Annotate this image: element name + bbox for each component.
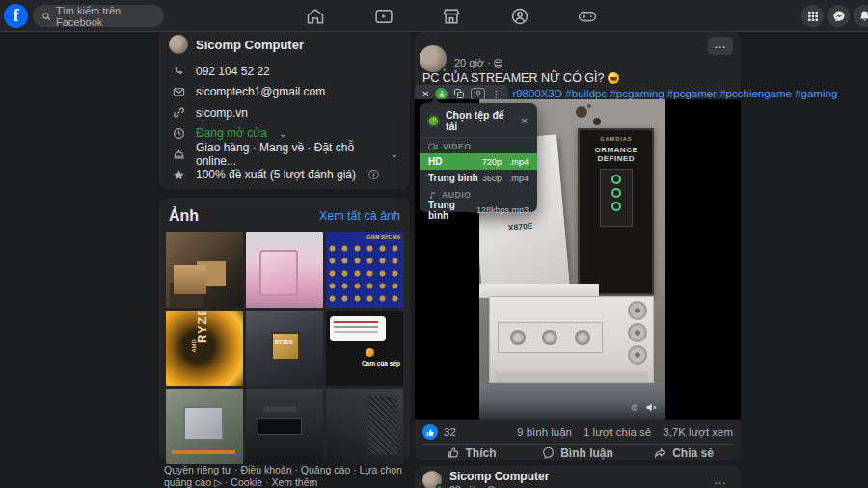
comment-count[interactable]: 9 bình luận bbox=[517, 426, 572, 438]
download-video-button[interactable] bbox=[435, 88, 448, 100]
downloader-logo-icon bbox=[427, 115, 440, 127]
post-card: … 20 giờ · PC CỦA STREAMER NỮ CÓ GÌ? ✕ bbox=[415, 32, 741, 460]
photo-pc-interior-gpu[interactable] bbox=[246, 389, 323, 464]
top-navbar: f Tìm kiếm trên Facebook bbox=[0, 0, 868, 32]
info-icon[interactable]: ⓘ bbox=[368, 168, 379, 182]
page-header: Sicomp Computer bbox=[159, 32, 410, 57]
photo-chat-screenshot[interactable]: Cam của sếp bbox=[326, 311, 403, 386]
post2-author-avatar[interactable] bbox=[422, 471, 442, 488]
gaming-icon bbox=[578, 7, 597, 26]
thumbs-up-icon bbox=[448, 447, 460, 459]
email-address[interactable]: sicomptech1@gmail.com bbox=[196, 85, 325, 98]
comment-button[interactable]: Bình luận bbox=[525, 446, 631, 460]
poster-pc-image bbox=[600, 169, 633, 227]
chevron-down-icon: ⌄ bbox=[279, 128, 286, 139]
bell-icon bbox=[858, 10, 868, 22]
services-bell-icon bbox=[171, 148, 186, 160]
public-globe-icon bbox=[494, 59, 502, 68]
website-url[interactable]: sicomp.vn bbox=[196, 106, 248, 120]
toolbar-close-icon[interactable]: ✕ bbox=[421, 89, 429, 99]
hanging-plant bbox=[576, 106, 587, 118]
photo-component-boxes[interactable] bbox=[166, 232, 243, 308]
view-count: 3,7K lượt xem bbox=[663, 426, 733, 438]
video-icon bbox=[374, 7, 393, 26]
toolbar-more-icon[interactable]: ⋮ bbox=[491, 89, 501, 99]
post-timestamp[interactable]: 20 giờ · bbox=[454, 57, 502, 68]
cpu-socket-plate bbox=[183, 406, 224, 441]
lightbulb-icon[interactable] bbox=[471, 88, 485, 100]
ryzen-label: RYZEN bbox=[195, 311, 209, 343]
home-tab[interactable] bbox=[292, 0, 339, 32]
page-avatar[interactable] bbox=[169, 35, 188, 54]
search-input[interactable]: Tìm kiếm trên Facebook bbox=[33, 5, 164, 27]
grid-menu-icon bbox=[807, 11, 819, 22]
popup-close-icon[interactable]: ✕ bbox=[521, 116, 529, 126]
cpu-chip bbox=[271, 332, 300, 361]
photo-grid: GIẢM SỨC MẠ AMD RYZEN RYZEN Cam của sếp bbox=[166, 232, 403, 464]
settings-gear-icon[interactable]: ⚙ bbox=[631, 403, 638, 413]
post2-more-button[interactable]: … bbox=[708, 471, 733, 488]
online-status-dot bbox=[436, 484, 443, 488]
page-more-button[interactable]: … bbox=[708, 37, 733, 55]
download-popup: Chọn tệp để tải ✕ VIDEO HD 720p .mp4 Tru… bbox=[420, 103, 537, 212]
post-action-bar: Thích Bình luận Chia sẻ bbox=[419, 446, 737, 460]
download-option-medium-360p[interactable]: Trung bình 360p .mp4 bbox=[420, 170, 537, 186]
clock-icon bbox=[171, 127, 186, 140]
post-author-avatar[interactable] bbox=[420, 45, 447, 72]
services-text: Giao hàng · Mang về · Đặt chỗ online... bbox=[196, 141, 379, 168]
photo-amd-ryzen-cpu[interactable]: AMD RYZEN bbox=[166, 311, 243, 386]
groups-icon bbox=[510, 7, 529, 26]
email-row: sicomptech1@gmail.com bbox=[171, 82, 398, 103]
post-text: PC CỦA STREAMER NỮ CÓ GÌ? bbox=[422, 71, 619, 85]
chat-bubble bbox=[330, 316, 386, 341]
like-button[interactable]: Thích bbox=[419, 446, 525, 460]
promo-overlay-text: GIẢM SỨC MẠ bbox=[366, 234, 400, 240]
share-button[interactable]: Chia sẻ bbox=[631, 446, 737, 460]
post-stats-row: 32 9 bình luận 1 lượt chia sẻ 3,7K lượt … bbox=[415, 423, 741, 441]
photo-ryzen-cpu-on-motherboard[interactable]: RYZEN bbox=[246, 311, 323, 386]
messenger-button[interactable] bbox=[827, 5, 850, 27]
wall-poster: GAMDIAS ORMANCE DEFINED bbox=[578, 128, 654, 295]
orange-lever bbox=[172, 450, 235, 454]
like-reaction-icon[interactable] bbox=[422, 424, 438, 440]
facebook-logo[interactable]: f bbox=[4, 4, 28, 28]
share-count[interactable]: 1 lượt chia sẻ bbox=[583, 426, 651, 438]
post2-timestamp[interactable]: 23 giờ · bbox=[449, 484, 549, 488]
music-note-icon bbox=[428, 191, 437, 200]
groups-tab[interactable] bbox=[497, 0, 543, 32]
poster-brand: GAMDIAS bbox=[580, 136, 652, 142]
post-hashtags[interactable]: r9800X3D #buildpc #pcgaming #pcgamer #pc… bbox=[512, 88, 837, 99]
download-option-hd-720p[interactable]: HD 720p .mp4 bbox=[420, 153, 537, 170]
navbar-right-actions bbox=[801, 5, 868, 27]
email-icon bbox=[171, 86, 186, 98]
download-option-audio-128kbps[interactable]: Trung bình 128kbps .mp3 bbox=[420, 202, 537, 218]
marketplace-tab[interactable] bbox=[428, 0, 475, 32]
screenshot-icon[interactable] bbox=[453, 88, 465, 99]
menu-button[interactable] bbox=[801, 5, 824, 27]
chat-text-lines bbox=[334, 321, 378, 323]
gaming-tab[interactable] bbox=[564, 0, 610, 32]
services-row[interactable]: Giao hàng · Mang về · Đặt chỗ online... … bbox=[171, 144, 398, 165]
photo-game-promo-banner[interactable]: GIẢM SỨC MẠ bbox=[326, 232, 403, 308]
video-tab[interactable] bbox=[361, 0, 407, 32]
white-pc-case bbox=[489, 296, 655, 383]
photos-section-title: Ảnh bbox=[169, 207, 199, 225]
photo-pc-interior-cables[interactable] bbox=[326, 389, 403, 464]
see-all-photos-link[interactable]: Xem tất cả ảnh bbox=[319, 209, 400, 223]
rating-text: 100% đề xuất (5 lượt đánh giá) bbox=[196, 168, 356, 181]
like-count[interactable]: 32 bbox=[444, 426, 456, 438]
main-nav-tabs bbox=[292, 0, 610, 32]
game-icons-grid bbox=[326, 242, 403, 308]
notifications-button[interactable] bbox=[854, 5, 868, 27]
website-link-icon bbox=[171, 106, 186, 119]
footer-links[interactable]: Quyền riêng tư · Điều khoản · Quảng cáo … bbox=[164, 464, 407, 488]
post2-author-name[interactable]: Sicomp Computer bbox=[449, 471, 549, 483]
facebook-page-screen: f Tìm kiếm trên Facebook bbox=[0, 0, 868, 488]
ryzen-chip-label: RYZEN bbox=[275, 339, 292, 345]
page-info-list: 092 104 52 22 sicomptech1@gmail.com sico… bbox=[159, 57, 410, 185]
star-icon bbox=[171, 169, 186, 181]
next-post-card: Sicomp Computer 23 giờ · … bbox=[415, 466, 741, 488]
mute-speaker-icon[interactable] bbox=[645, 401, 658, 414]
photo-cpu-socket[interactable] bbox=[166, 389, 243, 464]
photo-pink-pc-build[interactable] bbox=[246, 232, 323, 308]
